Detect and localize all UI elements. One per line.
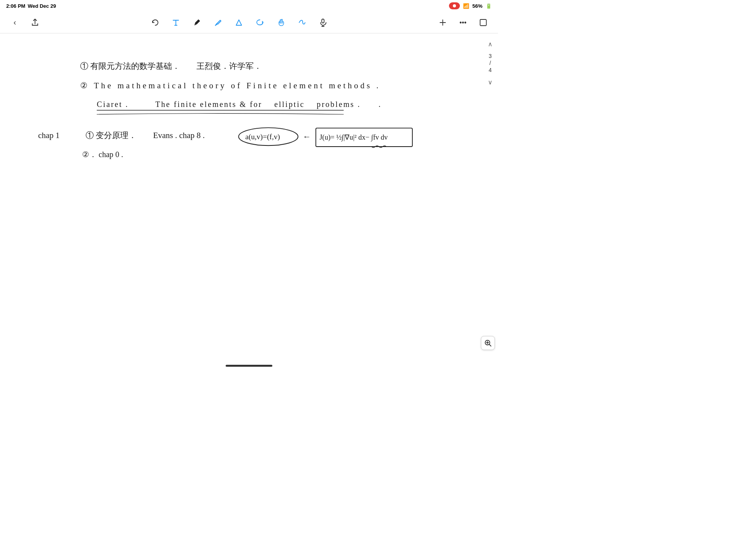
current-page: 3 (489, 53, 492, 59)
wifi-icon: 📶 (463, 3, 469, 9)
svg-text:②  The   mathematical   theory: ② The mathematical theory of Finite elem… (80, 81, 381, 90)
status-right: 📶 56% 🔋 (449, 2, 492, 9)
svg-text:①  变分原理．　　Evans .   chap 8 .: ① 变分原理． Evans . chap 8 . (86, 131, 205, 140)
svg-point-2 (463, 22, 464, 23)
svg-text:a(u,v)=(f,v): a(u,v)=(f,v) (245, 133, 280, 141)
toolbar-left: ‹ (8, 16, 42, 30)
bottom-bar (0, 358, 498, 373)
pen-tool-button[interactable] (190, 16, 204, 30)
date: Wed Dec 29 (28, 3, 56, 9)
battery-icon: 🔋 (486, 3, 492, 9)
svg-text:②．  chap 0 .: ②． chap 0 . (82, 150, 123, 159)
svg-point-1 (460, 22, 461, 23)
highlighter-button[interactable] (211, 16, 225, 30)
svg-text:←: ← (303, 132, 311, 141)
scroll-up-button[interactable]: ∧ (484, 38, 496, 50)
hand-tool-button[interactable] (274, 16, 288, 30)
status-left: 2:06 PM Wed Dec 29 (6, 3, 56, 9)
lasso-tool-button[interactable] (253, 16, 267, 30)
share-button[interactable] (28, 16, 42, 30)
scroll-down-button[interactable]: ∨ (484, 76, 496, 88)
text-tool-button[interactable] (169, 16, 183, 30)
rope-tool-button[interactable] (295, 16, 309, 30)
canvas-area[interactable]: ① 有限元方法的数学基础． 王烈俊．许学军． ② The mathematica… (0, 33, 498, 358)
svg-text:Ciaret .　　　The  finite  elemen: Ciaret . The finite elements & for ellip… (97, 100, 382, 109)
toolbar: ‹ (0, 12, 498, 33)
back-button[interactable]: ‹ (8, 16, 22, 30)
status-bar: 2:06 PM Wed Dec 29 📶 56% 🔋 (0, 0, 498, 12)
mic-button[interactable] (316, 16, 330, 30)
svg-text:chap 1: chap 1 (38, 131, 60, 140)
shape-tool-button[interactable] (232, 16, 246, 30)
toolbar-center (148, 16, 330, 30)
toolbar-right (436, 16, 490, 30)
svg-text:J(u)= ½∫|∇u|² dx− ∫fv dv: J(u)= ½∫|∇u|² dx− ∫fv dv (319, 133, 388, 142)
svg-rect-4 (480, 19, 486, 26)
undo-button[interactable] (148, 16, 162, 30)
add-page-button[interactable] (436, 16, 450, 30)
battery-text: 56% (472, 3, 482, 9)
total-pages: 4 (489, 67, 492, 73)
page-separator: / (489, 60, 491, 66)
home-indicator[interactable] (226, 365, 272, 367)
svg-point-3 (465, 22, 466, 23)
svg-rect-0 (322, 19, 324, 23)
record-indicator (449, 2, 460, 9)
more-options-button[interactable] (456, 16, 470, 30)
page-view-button[interactable] (476, 16, 490, 30)
page-numbers: 3 / 4 (489, 53, 492, 73)
right-sidebar: ∧ 3 / 4 ∨ (482, 33, 498, 93)
notes-svg: ① 有限元方法的数学基础． 王烈俊．许学军． ② The mathematica… (0, 33, 498, 358)
time: 2:06 PM (6, 3, 25, 9)
zoom-button[interactable] (481, 336, 495, 350)
svg-text:①  有限元方法的数学基础．　　王烈俊．许学军．: ① 有限元方法的数学基础． 王烈俊．许学军． (80, 61, 262, 71)
